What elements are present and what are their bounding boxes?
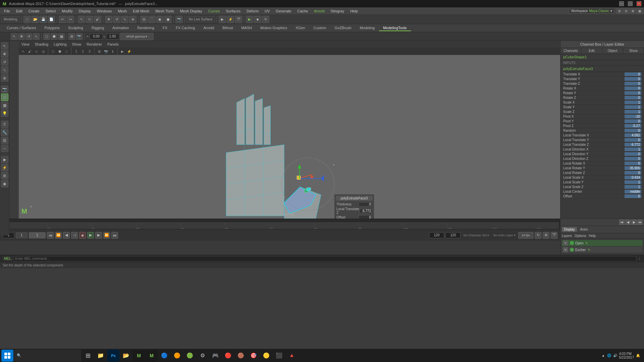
photoshop-icon[interactable]: Ps — [107, 350, 119, 362]
layer-menu-help[interactable]: Help — [589, 234, 596, 238]
vp-resolution-3[interactable]: 3 — [87, 48, 93, 54]
extrude-offset-row[interactable]: Offset 0 — [336, 215, 373, 219]
vp-menu-renderer[interactable]: Renderer — [85, 42, 103, 47]
app-11-icon[interactable]: 🔺 — [286, 350, 298, 362]
menu-create[interactable]: Create — [26, 8, 42, 14]
playblast-btn[interactable]: 🎬 — [235, 16, 242, 23]
extrude-offset-value[interactable]: 0 — [359, 215, 372, 219]
vp-select-mode[interactable]: ↖ — [20, 48, 26, 54]
save-btn[interactable]: 💾 — [40, 16, 47, 23]
channel-value-25[interactable]: middle — [625, 190, 641, 193]
channel-row-26[interactable]: Offset0 — [560, 194, 644, 199]
task-view-button[interactable]: ⊞ — [82, 350, 94, 362]
channel-value-11[interactable]: -5.27 — [625, 124, 641, 128]
new-scene-btn[interactable]: □ — [23, 16, 31, 23]
channel-row-20[interactable]: Local Rotate Y35.906 — [560, 166, 644, 171]
tab-curves-surfaces[interactable]: Curves / Surfaces — [3, 25, 40, 31]
channel-row-13[interactable]: Local Translate X4.092 — [560, 133, 644, 138]
vp-bounding-btn[interactable]: □ — [63, 48, 69, 54]
channel-value-14[interactable]: 0 — [625, 138, 641, 142]
anim-loop-btn[interactable]: ↻ — [262, 16, 269, 23]
menu-mesh-display[interactable]: Mesh Display — [177, 8, 205, 14]
tab-animation[interactable]: Animation — [108, 25, 133, 31]
max-frame-input[interactable] — [445, 232, 461, 238]
channel-row-10[interactable]: Pivot Y0 — [560, 119, 644, 124]
channel-row-18[interactable]: Local Direction Z0 — [560, 157, 644, 161]
current-frame-input[interactable] — [16, 232, 28, 238]
layout-btn-1[interactable]: ⊞ — [616, 8, 623, 14]
app-4-icon[interactable]: ⚙ — [197, 350, 209, 362]
side-anim-btn[interactable]: ⏱ — [1, 121, 8, 128]
menu-file[interactable]: File — [1, 8, 13, 14]
stop-btn[interactable]: ■ — [79, 232, 86, 239]
icon-grid[interactable]: ⊞ — [68, 33, 75, 40]
lasso-tool[interactable]: ⊂ — [86, 16, 93, 23]
channel-value-18[interactable]: 0 — [625, 157, 641, 161]
tab-gozbrush[interactable]: GoZBrush — [330, 25, 355, 31]
app-6-icon[interactable]: 🔴 — [222, 350, 234, 362]
layout-btn-3[interactable]: ⊠ — [630, 8, 636, 14]
tab-modeling[interactable]: Modeling — [356, 25, 379, 31]
tab-rigging[interactable]: Rigging — [88, 25, 108, 31]
lp-tab-anim[interactable]: Anim — [578, 227, 590, 232]
channel-value-26[interactable]: 0 — [625, 194, 641, 198]
app-7-icon[interactable]: 🟤 — [235, 350, 247, 362]
search-button[interactable]: 🔍 — [14, 350, 81, 362]
channel-value-19[interactable]: 0 — [625, 162, 641, 165]
app-3-icon[interactable]: 🟢 — [184, 350, 196, 362]
step-back-btn[interactable]: ◀ — [63, 232, 70, 239]
menu-mesh[interactable]: Mesh — [115, 8, 129, 14]
tab-fx[interactable]: FX — [159, 25, 171, 31]
menu-help[interactable]: Help — [347, 8, 361, 14]
mel-input[interactable] — [14, 256, 636, 261]
extrude-thickness-row[interactable]: Thickness 0 — [336, 202, 373, 207]
extrude-thickness-value[interactable]: 0 — [359, 202, 372, 206]
menu-stingray[interactable]: Stingray — [328, 8, 347, 14]
vp-grid-toggle[interactable]: ⊞ — [96, 48, 102, 54]
explorer-icon[interactable]: 📁 — [95, 350, 107, 362]
channel-row-16[interactable]: Local Direction X1 — [560, 147, 644, 152]
timeline-bar[interactable]: 1 12 24 36 48 60 72 84 96 108 120 132 — [3, 221, 559, 228]
side-poly-btn[interactable]: ⬡ — [1, 94, 8, 101]
menu-curves[interactable]: Curves — [206, 8, 223, 14]
layout-btn-2[interactable]: ⊟ — [623, 8, 629, 14]
cb-tab-show[interactable]: Show — [623, 48, 644, 54]
playback-settings-btn[interactable]: ⚙ — [543, 232, 549, 239]
menu-uv[interactable]: UV — [262, 8, 272, 14]
layer-menu-options[interactable]: Options — [575, 234, 586, 238]
channel-value-10[interactable]: 0 — [625, 119, 641, 123]
vp-menu-shading[interactable]: Shading — [34, 42, 50, 47]
viewport-canvas[interactable]: polyExtrudeFace3 Thickness 0 Local Trans… — [19, 55, 560, 219]
channel-row-1[interactable]: Translate Y0 — [560, 77, 644, 81]
tab-rendering[interactable]: Rendering — [133, 25, 158, 31]
channel-row-17[interactable]: Local Direction Y0 — [560, 152, 644, 157]
channel-value-17[interactable]: 0 — [625, 152, 641, 156]
channel-row-12[interactable]: Random0 — [560, 128, 644, 133]
vp-render-btn[interactable]: ▶ — [119, 48, 125, 54]
channel-value-4[interactable]: 0 — [625, 91, 641, 95]
channel-value-2[interactable]: 0 — [625, 82, 641, 85]
channel-value-3[interactable]: 0 — [625, 86, 641, 90]
ipr-btn[interactable]: ⚡ — [227, 16, 234, 23]
gamma-input[interactable] — [106, 34, 119, 40]
icon-solid[interactable]: ⬢ — [51, 33, 57, 40]
workspace-selector[interactable]: Workspace Maya Classic ▾ — [569, 8, 614, 14]
cb-tab-channels[interactable]: Channels — [560, 48, 581, 54]
menu-edit-mesh[interactable]: Edit Mesh — [130, 8, 152, 14]
vp-soft-select[interactable]: ◎ — [40, 48, 46, 54]
channel-value-23[interactable]: 1 — [625, 180, 641, 184]
layer-nav-next[interactable]: ▶ — [631, 220, 637, 225]
layer-nav-prev-prev[interactable]: ⏮ — [619, 220, 625, 225]
tab-arnold[interactable]: Arnold — [200, 25, 218, 31]
layer-vis-open[interactable]: V — [563, 241, 568, 245]
menu-mesh-tools[interactable]: Mesh Tools — [153, 8, 176, 14]
close-button[interactable]: ✕ — [637, 1, 641, 6]
side-select-btn[interactable]: ↖ — [1, 42, 8, 50]
no-anim-layer[interactable]: No Anim Layer ▾ — [492, 234, 517, 237]
vp-resolution-2[interactable]: 2 — [80, 48, 86, 54]
channel-row-0[interactable]: Translate X0 — [560, 72, 644, 77]
lp-tab-display[interactable]: Display — [562, 227, 577, 232]
undo-btn[interactable]: ↩ — [59, 16, 66, 23]
side-deform-btn[interactable]: 🔧 — [1, 129, 8, 136]
side-light-btn[interactable]: 💡 — [1, 110, 8, 117]
